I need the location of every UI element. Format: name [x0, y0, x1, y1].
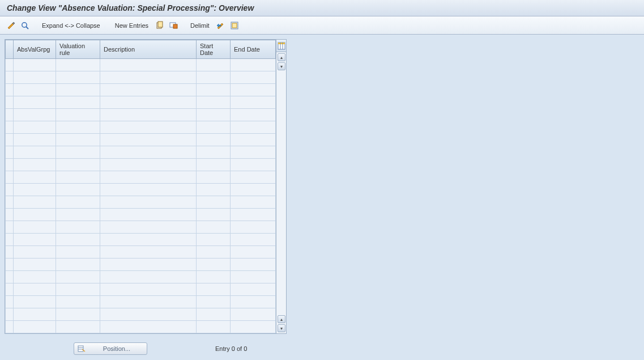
cell[interactable]: [56, 209, 100, 221]
cell[interactable]: [56, 308, 100, 321]
cell[interactable]: [14, 159, 56, 171]
cell[interactable]: [14, 234, 56, 246]
cell[interactable]: [56, 84, 100, 96]
cell[interactable]: [231, 271, 276, 283]
row-select-handle[interactable]: [6, 121, 14, 134]
cell[interactable]: [197, 171, 231, 184]
cell[interactable]: [100, 259, 197, 271]
cell[interactable]: [231, 308, 276, 321]
cell[interactable]: [231, 121, 276, 134]
position-button[interactable]: Position...: [74, 342, 147, 355]
cell[interactable]: [197, 146, 231, 159]
cell[interactable]: [56, 271, 100, 283]
row-select-handle[interactable]: [6, 134, 14, 146]
cell[interactable]: [100, 234, 197, 246]
cell[interactable]: [100, 96, 197, 109]
column-header-absvalgrpg[interactable]: AbsValGrpg: [14, 40, 56, 59]
cell[interactable]: [100, 296, 197, 308]
scroll-bottom-button[interactable]: ▾: [278, 324, 285, 332]
cell[interactable]: [231, 184, 276, 196]
cell[interactable]: [56, 71, 100, 84]
scroll-down-button[interactable]: ▴: [278, 315, 285, 323]
cell[interactable]: [197, 184, 231, 196]
cell[interactable]: [56, 246, 100, 259]
row-select-handle[interactable]: [6, 96, 14, 109]
cell[interactable]: [100, 146, 197, 159]
row-select-handle[interactable]: [6, 283, 14, 296]
row-select-handle[interactable]: [6, 146, 14, 159]
cell[interactable]: [197, 271, 231, 283]
cell[interactable]: [56, 171, 100, 184]
cell[interactable]: [197, 159, 231, 171]
row-select-handle[interactable]: [6, 159, 14, 171]
undo-change-icon[interactable]: [215, 20, 227, 31]
cell[interactable]: [14, 171, 56, 184]
cell[interactable]: [56, 259, 100, 271]
cell[interactable]: [100, 321, 197, 333]
select-all-rows-handle[interactable]: [6, 40, 14, 59]
cell[interactable]: [14, 271, 56, 283]
cell[interactable]: [231, 134, 276, 146]
cell[interactable]: [56, 283, 100, 296]
scroll-top-button[interactable]: ▴: [278, 53, 285, 61]
cell[interactable]: [197, 259, 231, 271]
cell[interactable]: [14, 321, 56, 333]
row-select-handle[interactable]: [6, 59, 14, 71]
cell[interactable]: [56, 321, 100, 333]
cell[interactable]: [100, 159, 197, 171]
cell[interactable]: [14, 221, 56, 234]
cell[interactable]: [100, 109, 197, 121]
cell[interactable]: [197, 59, 231, 71]
scroll-up-button[interactable]: ▾: [278, 62, 285, 70]
cell[interactable]: [197, 71, 231, 84]
cell[interactable]: [197, 84, 231, 96]
cell[interactable]: [100, 271, 197, 283]
cell[interactable]: [100, 59, 197, 71]
row-select-handle[interactable]: [6, 221, 14, 234]
cell[interactable]: [100, 246, 197, 259]
cell[interactable]: [14, 196, 56, 209]
cell[interactable]: [231, 159, 276, 171]
cell[interactable]: [197, 308, 231, 321]
cell[interactable]: [56, 96, 100, 109]
cell[interactable]: [231, 96, 276, 109]
cell[interactable]: [197, 121, 231, 134]
cell[interactable]: [197, 296, 231, 308]
cell[interactable]: [14, 246, 56, 259]
cell[interactable]: [56, 109, 100, 121]
cell[interactable]: [197, 109, 231, 121]
cell[interactable]: [14, 296, 56, 308]
cell[interactable]: [197, 283, 231, 296]
cell[interactable]: [100, 209, 197, 221]
cell[interactable]: [231, 171, 276, 184]
cell[interactable]: [100, 184, 197, 196]
cell[interactable]: [197, 234, 231, 246]
cell[interactable]: [231, 196, 276, 209]
row-select-handle[interactable]: [6, 246, 14, 259]
cell[interactable]: [100, 283, 197, 296]
table-settings-icon[interactable]: [276, 40, 286, 52]
cell[interactable]: [231, 71, 276, 84]
cell[interactable]: [14, 121, 56, 134]
cell[interactable]: [56, 184, 100, 196]
row-select-handle[interactable]: [6, 321, 14, 333]
row-select-handle[interactable]: [6, 209, 14, 221]
cell[interactable]: [14, 259, 56, 271]
cell[interactable]: [14, 209, 56, 221]
cell[interactable]: [100, 71, 197, 84]
cell[interactable]: [14, 283, 56, 296]
cell[interactable]: [56, 121, 100, 134]
row-select-handle[interactable]: [6, 184, 14, 196]
cell[interactable]: [231, 321, 276, 333]
row-select-handle[interactable]: [6, 84, 14, 96]
delete-icon[interactable]: [168, 20, 179, 31]
cell[interactable]: [56, 234, 100, 246]
select-all-icon[interactable]: [229, 20, 240, 31]
other-view-icon[interactable]: [19, 20, 31, 31]
delimit-button[interactable]: Delimit: [187, 21, 213, 30]
row-select-handle[interactable]: [6, 296, 14, 308]
column-header-valuation-rule[interactable]: Valuation rule: [56, 40, 100, 59]
cell[interactable]: [231, 246, 276, 259]
row-select-handle[interactable]: [6, 271, 14, 283]
cell[interactable]: [56, 159, 100, 171]
